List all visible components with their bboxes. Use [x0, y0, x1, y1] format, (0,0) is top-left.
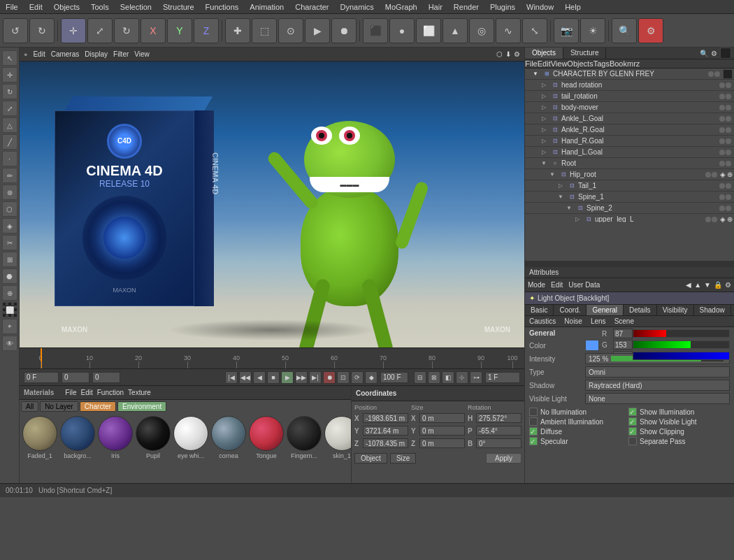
attr-tab-general[interactable]: General [587, 305, 624, 315]
redo-btn[interactable]: ↻ [29, 18, 55, 43]
render-region-btn[interactable]: ⬚ [252, 18, 277, 43]
tab-objects[interactable]: Objects [525, 48, 563, 59]
viewport-edit[interactable]: Edit [33, 50, 45, 58]
mat-filter-environment[interactable]: Environment [117, 401, 166, 412]
render-btn[interactable]: ▶ [305, 18, 330, 43]
attr-color-swatch[interactable] [585, 340, 599, 351]
size-mode-btn[interactable]: Size [390, 453, 416, 464]
attr-type-value[interactable]: Omni [585, 366, 730, 378]
viewport-display[interactable]: Display [85, 50, 108, 58]
viewport[interactable]: C4D CINEMA 4D RELEASE 10 MAXON CINEMA 4D [20, 62, 524, 347]
attr-tab-basic[interactable]: Basic [525, 305, 554, 315]
poly-tool[interactable]: △ [2, 117, 17, 133]
attr-r-input[interactable]: 87 [613, 329, 633, 338]
select-tool[interactable]: ↖ [2, 50, 17, 66]
menu-file[interactable]: File [0, 3, 24, 11]
go-end-btn[interactable]: ▶| [309, 371, 322, 384]
viewport-dl-icon[interactable]: ⬇ [505, 50, 511, 58]
rot-h-input[interactable]: 275.572° [476, 413, 521, 423]
brush-tool[interactable]: ⬡ [2, 201, 17, 217]
attr-g-input[interactable]: 153 [613, 340, 633, 350]
play-btn[interactable]: ▶ [281, 371, 294, 384]
viewport-expand-icon[interactable]: ⬡ [496, 50, 503, 58]
obj-menu-bookmrz[interactable]: Bookmrz [610, 59, 640, 68]
undo-btn[interactable]: ↺ [3, 18, 28, 43]
obj-cone-btn[interactable]: ▲ [442, 18, 468, 43]
attr-seppass-check[interactable] [628, 437, 637, 445]
paint-tool[interactable]: ✏ [2, 168, 17, 183]
obj-torus-btn[interactable]: ◎ [469, 18, 494, 43]
materials-edit[interactable]: Edit [80, 389, 92, 396]
viewport-settings-icon[interactable]: ⚙ [514, 50, 520, 58]
tree-item-ankle-r[interactable]: ▷ ⊡ Ankle_R.Goal [525, 124, 734, 136]
object-mode-btn[interactable]: Object [354, 453, 387, 464]
obj-menu-view[interactable]: View [551, 59, 568, 68]
attr-edit-label[interactable]: Edit [551, 281, 563, 289]
materials-function[interactable]: Function [97, 389, 124, 396]
point-tool[interactable]: · [2, 151, 17, 166]
obj-menu-objects[interactable]: Objects [567, 59, 593, 68]
viewport-filter[interactable]: Filter [113, 50, 129, 58]
next-frame-btn[interactable]: ▶▶ [295, 371, 308, 384]
menu-character[interactable]: Character [289, 3, 334, 11]
attr-userdata-label[interactable]: User Data [568, 281, 600, 289]
menu-functions[interactable]: Functions [200, 3, 245, 11]
tree-item-hiproot[interactable]: ▼ ⊡ Hip_root ◈ ⊕ [525, 169, 734, 180]
mat-tongue[interactable]: Tongue [249, 416, 284, 459]
size-z-input[interactable]: 0 m [419, 438, 465, 448]
prev-frame-btn[interactable]: ◀◀ [239, 371, 252, 384]
keyframe-btn[interactable]: ◆ [365, 371, 377, 384]
tree-item-spine1[interactable]: ▼ ⊡ Spine_1 [525, 192, 734, 203]
attr-showvislight-check[interactable]: ✓ [628, 417, 637, 426]
objects-scrollbar[interactable] [525, 261, 734, 266]
tree-item-headrot[interactable]: ▷ ⊡ head rotation [525, 80, 734, 91]
tree-item-tail1[interactable]: ▷ ⊡ Tail_1 [525, 180, 734, 192]
x-axis-btn[interactable]: X [141, 18, 166, 43]
bevel-tool[interactable]: ⬣ [2, 268, 17, 284]
settings-btn[interactable]: ⚙ [638, 18, 663, 43]
materials-texture[interactable]: Texture [128, 389, 151, 396]
knife-tool[interactable]: ✂ [2, 235, 17, 250]
menu-render[interactable]: Render [448, 3, 484, 11]
search-btn[interactable]: 🔍 [612, 18, 637, 43]
tree-item-upperleg-l[interactable]: ▷ ⊡ upper_leg_L ◈ ⊕ [525, 214, 734, 222]
attr-noillum-check[interactable] [529, 408, 538, 416]
menu-structure[interactable]: Structure [157, 3, 200, 11]
tree-item-ankle-l[interactable]: ▷ ⊡ Ankle_L.Goal [525, 113, 734, 124]
attr-subtab-caustics[interactable]: Caustics [525, 316, 560, 326]
frame-mode-btn[interactable]: ◧ [442, 371, 454, 384]
frame-type-btn[interactable]: ⊠ [428, 371, 440, 384]
menu-objects[interactable]: Objects [48, 3, 85, 11]
viewport-cameras[interactable]: Cameras [51, 50, 80, 58]
attr-r-slider[interactable] [633, 329, 730, 338]
tree-item-tailrot[interactable]: ▷ ⊡ tail_rotation [525, 91, 734, 102]
mat-pupil[interactable]: Pupil [136, 416, 171, 459]
menu-plugins[interactable]: Plugins [484, 3, 521, 11]
menu-help[interactable]: Help [559, 3, 587, 11]
extrude-tool[interactable]: ⊞ [2, 252, 17, 267]
attr-showclip-check[interactable]: ✓ [628, 427, 637, 436]
menu-animation[interactable]: Animation [244, 3, 289, 11]
anim-record-btn[interactable]: ⏺ [331, 18, 357, 43]
attr-nav-down-icon[interactable]: ▼ [704, 281, 711, 289]
mat-background[interactable]: backgro... [60, 416, 95, 459]
attr-diffuse-check[interactable]: ✓ [529, 427, 538, 436]
weld-tool[interactable]: ◈ [2, 218, 17, 234]
menu-selection[interactable]: Selection [115, 3, 157, 11]
mat-faded1[interactable]: Faded_1 [22, 416, 57, 459]
scale-tool[interactable]: ⤢ [2, 101, 17, 116]
go-start-btn[interactable]: |◀ [225, 371, 238, 384]
attr-b-slider[interactable] [633, 352, 730, 360]
tree-item-character[interactable]: ▼ ⊞ CHARACTER BY GLENN FREY [525, 69, 734, 80]
mat-cornea[interactable]: cornea [211, 416, 246, 459]
mat-iris[interactable]: Iris [98, 416, 133, 459]
attr-tab-shadow[interactable]: Shadow [694, 305, 731, 315]
tree-item-bodymover[interactable]: ▷ ⊡ body-mover [525, 102, 734, 113]
apply-button[interactable]: Apply [486, 453, 521, 464]
play-reverse-btn[interactable]: ◀ [253, 371, 266, 384]
attr-showillum-check[interactable]: ✓ [628, 408, 637, 416]
loop-btn[interactable]: ⟳ [351, 371, 364, 384]
attr-specular-check[interactable]: ✓ [529, 437, 538, 445]
attr-lock-icon[interactable]: 🔒 [714, 281, 722, 289]
size-x-input[interactable]: 0 m [419, 413, 465, 423]
